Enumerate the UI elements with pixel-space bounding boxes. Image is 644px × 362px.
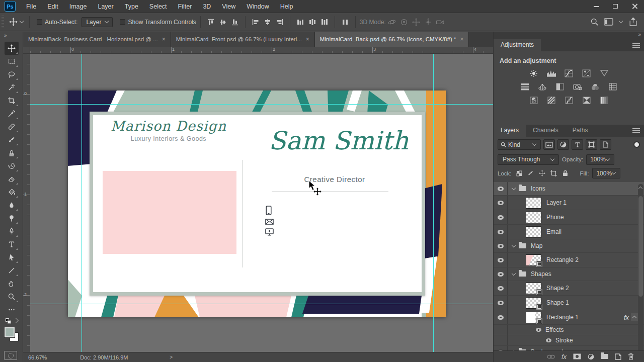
visibility-toggle[interactable] [494, 296, 508, 310]
scrollbar-thumb[interactable] [638, 196, 643, 297]
tab-minimalcard-front[interactable]: MinimalCard_Front.psd @ 66.7% (Luxury In… [171, 32, 315, 47]
path-selection-tool[interactable] [5, 251, 19, 264]
3d-pan-icon[interactable] [410, 16, 422, 28]
vertical-guide[interactable] [82, 54, 82, 352]
fx-collapse-icon[interactable] [631, 313, 638, 321]
align-horizontal-centers-icon[interactable] [262, 16, 274, 28]
3d-orbit-icon[interactable] [386, 16, 398, 28]
layer-thumbnail[interactable] [526, 283, 541, 294]
tab-channels[interactable]: Channels [526, 125, 566, 137]
menu-image[interactable]: Image [64, 0, 93, 13]
filter-type-layers-icon[interactable] [572, 139, 583, 150]
swap-swatches-icon[interactable] [13, 318, 18, 323]
window-minimize-icon[interactable] [587, 0, 606, 13]
document-size-info[interactable]: Doc: 2.90M/116.9M [80, 354, 166, 360]
menu-3d[interactable]: 3D [197, 0, 216, 13]
menu-file[interactable]: File [21, 0, 42, 13]
visibility-toggle[interactable] [494, 253, 508, 267]
layer-thumbnail[interactable] [526, 297, 541, 309]
align-right-edges-icon[interactable] [274, 16, 286, 28]
auto-select-target-dropdown[interactable]: Layer [82, 17, 113, 27]
horizontal-guide[interactable] [30, 104, 493, 105]
menu-view[interactable]: View [216, 0, 241, 13]
3d-roll-icon[interactable] [398, 16, 410, 28]
menu-select[interactable]: Select [144, 0, 173, 13]
document-canvas[interactable]: Marison Design Luxury Interiors & Goods … [68, 90, 446, 317]
filter-shape-layers-icon[interactable] [586, 139, 597, 150]
menu-type[interactable]: Type [119, 0, 144, 13]
move-tool-icon[interactable] [7, 16, 19, 28]
tab-close-icon[interactable]: × [162, 36, 166, 42]
3d-camera-icon[interactable] [434, 16, 446, 28]
vertical-ruler[interactable]: 0 1 2 [23, 54, 30, 352]
layer-thumbnail[interactable] [526, 254, 541, 266]
layer-group-icons[interactable]: Icons [494, 182, 644, 196]
filter-kind-dropdown[interactable]: Kind [498, 139, 541, 150]
dodge-tool[interactable] [5, 212, 19, 225]
tab-minimalback-business-card[interactable]: MinimalBack_Business Card - Horizontal.p… [23, 32, 171, 47]
workspace-switcher-icon[interactable] [604, 18, 613, 26]
visibility-toggle[interactable] [494, 182, 508, 195]
quick-mask-mode-icon[interactable] [4, 351, 17, 360]
map-placeholder-rectangle[interactable] [103, 171, 236, 254]
layer-style-icon[interactable]: fx [561, 353, 567, 360]
layers-scrollbar[interactable] [638, 184, 643, 362]
curves-icon[interactable] [563, 69, 575, 77]
eraser-tool[interactable] [5, 172, 19, 186]
marquee-tool[interactable] [5, 55, 19, 68]
visibility-toggle[interactable] [494, 196, 508, 210]
levels-icon[interactable] [545, 69, 557, 77]
move-tool[interactable] [5, 42, 19, 55]
brightness-contrast-icon[interactable] [528, 69, 540, 77]
layer-row-shape2[interactable]: Shape 2 [494, 281, 644, 296]
visibility-toggle[interactable] [494, 267, 508, 281]
invert-icon[interactable] [528, 96, 540, 105]
filter-adjustment-layers-icon[interactable] [557, 139, 569, 150]
delete-layer-icon[interactable] [628, 353, 634, 360]
lock-pixels-icon[interactable] [527, 169, 535, 177]
threshold-icon[interactable] [563, 96, 575, 105]
tab-layers[interactable]: Layers [494, 125, 526, 137]
menu-layer[interactable]: Layer [92, 0, 119, 13]
line-tool[interactable] [5, 264, 19, 277]
status-options-arrow-icon[interactable]: > [170, 354, 173, 360]
layer-thumbnail[interactable] [526, 212, 541, 223]
edit-toolbar-icon[interactable] [5, 303, 19, 316]
vibrance-icon[interactable] [598, 69, 610, 77]
blend-mode-dropdown[interactable]: Pass Through [498, 154, 559, 165]
filter-smart-objects-icon[interactable] [600, 139, 611, 150]
align-bottom-edges-icon[interactable] [229, 16, 241, 28]
visibility-toggle[interactable] [494, 239, 508, 252]
ruler-origin[interactable] [23, 47, 30, 54]
layer-group-shapes[interactable]: Shapes [494, 267, 644, 281]
layer-fx-badge[interactable]: fx [624, 314, 631, 321]
layer-effects-row[interactable]: Effects [494, 325, 644, 335]
horizontal-guide[interactable] [30, 304, 493, 304]
layer-row-shape1[interactable]: Shape 1 [494, 296, 644, 310]
lock-transparency-icon[interactable] [515, 169, 523, 177]
workspace-caret-icon[interactable] [619, 19, 623, 23]
add-mask-icon[interactable] [573, 353, 581, 359]
pen-tool[interactable] [5, 225, 19, 238]
layer-thumbnail[interactable] [526, 226, 541, 238]
hand-tool[interactable] [5, 277, 19, 290]
align-vertical-centers-icon[interactable] [217, 16, 229, 28]
menu-filter[interactable]: Filter [173, 0, 198, 13]
chevron-down-icon[interactable] [512, 272, 516, 276]
brush-tool[interactable] [5, 133, 19, 146]
3d-slide-icon[interactable] [422, 16, 434, 28]
align-top-edges-icon[interactable] [205, 16, 217, 28]
zoom-level-field[interactable]: 66.67% [23, 354, 52, 360]
eyedropper-tool[interactable] [5, 107, 19, 120]
window-maximize-icon[interactable] [606, 0, 625, 13]
type-tool[interactable] [5, 238, 19, 251]
chevron-down-icon[interactable] [512, 243, 516, 247]
black-white-icon[interactable] [554, 82, 566, 91]
menu-edit[interactable]: Edit [42, 0, 64, 13]
visibility-toggle[interactable] [494, 225, 508, 239]
channel-mixer-icon[interactable] [589, 82, 601, 91]
vertical-guide[interactable] [433, 54, 434, 352]
history-brush-tool[interactable] [5, 159, 19, 172]
gradient-tool[interactable] [5, 186, 19, 199]
visibility-toggle[interactable] [494, 281, 508, 295]
